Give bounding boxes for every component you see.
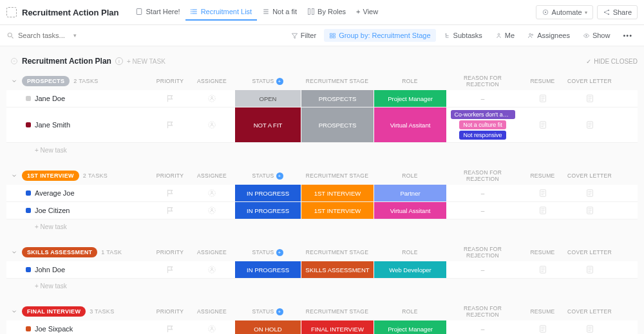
role-cell[interactable]: Project Manager: [374, 320, 446, 334]
task-name-cell[interactable]: John Doe: [22, 261, 151, 278]
col-priority[interactable]: PRIORITY: [151, 246, 189, 258]
role-cell[interactable]: Partner: [374, 185, 446, 201]
rejection-cell[interactable]: –: [446, 320, 519, 334]
col-priority[interactable]: PRIORITY: [151, 170, 189, 181]
plus-icon[interactable]: +: [276, 308, 283, 315]
rejection-cell[interactable]: –: [446, 185, 519, 201]
new-task-button[interactable]: + New task: [6, 143, 638, 154]
cover-letter-cell[interactable]: [566, 202, 613, 219]
col-resume[interactable]: RESUME: [519, 75, 566, 87]
col-resume[interactable]: RESUME: [519, 170, 566, 181]
rejection-cell[interactable]: –: [446, 261, 519, 278]
show-button[interactable]: Show: [578, 29, 616, 42]
assignee-cell[interactable]: [189, 90, 234, 107]
rejection-cell[interactable]: –: [446, 202, 519, 219]
new-task-button[interactable]: + NEW TASK: [127, 58, 166, 65]
stage-pill[interactable]: 1ST INTERVIEW: [22, 171, 79, 181]
group-caret[interactable]: [11, 78, 17, 84]
priority-cell[interactable]: [151, 202, 189, 219]
rejection-tag[interactable]: Not responsive: [459, 131, 506, 140]
info-icon[interactable]: i: [115, 57, 123, 65]
search-input[interactable]: [18, 32, 70, 39]
stage-cell[interactable]: 1ST INTERVIEW: [301, 185, 374, 201]
col-role[interactable]: ROLE: [374, 170, 446, 181]
cover-letter-cell[interactable]: [566, 107, 613, 142]
table-row[interactable]: Jane SmithNOT A FITPROSPECTSVirtual Assi…: [6, 107, 638, 143]
tab-not-a-fit[interactable]: Not a fit: [257, 4, 302, 21]
resume-cell[interactable]: [519, 90, 566, 107]
col-rejection[interactable]: REASON FOR REJECTION: [446, 302, 519, 320]
table-row[interactable]: Joe CitizenIN PROGRESS1ST INTERVIEWVirtu…: [6, 202, 638, 219]
col-rejection[interactable]: REASON FOR REJECTION: [446, 167, 519, 185]
col-cover[interactable]: COVER LETTER: [566, 306, 613, 317]
stage-cell[interactable]: 1ST INTERVIEW: [301, 202, 374, 219]
resume-cell[interactable]: [519, 202, 566, 219]
assignees-button[interactable]: Assignees: [522, 29, 575, 42]
role-cell[interactable]: Web Developer: [374, 261, 446, 278]
priority-cell[interactable]: [151, 261, 189, 278]
task-name-cell[interactable]: Joe Citizen: [22, 202, 151, 219]
stage-cell[interactable]: PROSPECTS: [301, 107, 374, 142]
rejection-tag[interactable]: Not a culture fit: [459, 120, 506, 129]
table-row[interactable]: Joe SixpackON HOLDFINAL INTERVIEWProject…: [6, 320, 638, 334]
plus-icon[interactable]: +: [276, 172, 283, 180]
col-assignee[interactable]: ASSIGNEE: [189, 246, 234, 258]
new-task-button[interactable]: + New task: [6, 219, 638, 230]
col-assignee[interactable]: ASSIGNEE: [189, 306, 234, 317]
table-row[interactable]: John DoeIN PROGRESSSKILLS ASSESSMENTWeb …: [6, 261, 638, 279]
assignee-cell[interactable]: [189, 320, 234, 334]
col-stage[interactable]: RECRUITMENT STAGE: [301, 170, 374, 181]
tab-add-view[interactable]: + View: [351, 4, 383, 21]
priority-cell[interactable]: [151, 107, 189, 142]
tab-recruitment-list[interactable]: Recruitment List: [185, 4, 257, 21]
col-resume[interactable]: RESUME: [519, 306, 566, 317]
assignee-cell[interactable]: [189, 107, 234, 142]
stage-cell[interactable]: SKILLS ASSESSMENT: [301, 261, 374, 278]
group-caret[interactable]: [11, 308, 17, 315]
cover-letter-cell[interactable]: [566, 261, 613, 278]
stage-pill[interactable]: FINAL INTERVIEW: [22, 306, 86, 317]
stage-cell[interactable]: PROSPECTS: [301, 90, 374, 107]
resume-cell[interactable]: [519, 107, 566, 142]
hide-closed-toggle[interactable]: ✓ HIDE CLOSED: [586, 58, 638, 65]
col-role[interactable]: ROLE: [374, 246, 446, 258]
task-name-cell[interactable]: Jane Doe: [22, 90, 151, 107]
assignee-cell[interactable]: [189, 202, 234, 219]
plus-icon[interactable]: +: [276, 78, 283, 85]
role-cell[interactable]: Project Manager: [374, 90, 446, 107]
col-cover[interactable]: COVER LETTER: [566, 170, 613, 181]
cover-letter-cell[interactable]: [566, 185, 613, 201]
col-status[interactable]: STATUS+: [234, 306, 301, 318]
chevron-down-icon[interactable]: ▾: [73, 32, 77, 39]
groupby-button[interactable]: Group by: Recruitment Stage: [324, 29, 435, 42]
role-cell[interactable]: Virtual Assitant: [374, 202, 446, 219]
col-assignee[interactable]: ASSIGNEE: [189, 75, 234, 87]
task-name-cell[interactable]: Jane Smith: [22, 107, 151, 142]
filter-button[interactable]: Filter: [286, 29, 321, 42]
col-priority[interactable]: PRIORITY: [151, 75, 189, 87]
col-role[interactable]: ROLE: [374, 75, 446, 87]
col-stage[interactable]: RECRUITMENT STAGE: [301, 246, 374, 258]
status-cell[interactable]: IN PROGRESS: [234, 202, 301, 219]
status-cell[interactable]: ON HOLD: [234, 320, 301, 334]
share-button[interactable]: Share: [597, 5, 638, 19]
priority-cell[interactable]: [151, 185, 189, 201]
stage-pill[interactable]: PROSPECTS: [22, 76, 70, 86]
col-rejection[interactable]: REASON FOR REJECTION: [446, 243, 519, 261]
col-role[interactable]: ROLE: [374, 306, 446, 317]
group-caret[interactable]: [11, 249, 17, 255]
assignee-cell[interactable]: [189, 185, 234, 201]
me-button[interactable]: Me: [490, 29, 520, 42]
table-row[interactable]: Jane DoeOPENPROSPECTSProject Manager–: [6, 90, 638, 107]
group-caret[interactable]: [11, 172, 17, 179]
status-cell[interactable]: IN PROGRESS: [234, 261, 301, 278]
collapse-icon[interactable]: [10, 57, 18, 65]
status-cell[interactable]: OPEN: [234, 90, 301, 107]
status-cell[interactable]: NOT A FIT: [234, 107, 301, 142]
status-cell[interactable]: IN PROGRESS: [234, 185, 301, 201]
plus-icon[interactable]: +: [276, 249, 283, 256]
col-cover[interactable]: COVER LETTER: [566, 75, 613, 87]
resume-cell[interactable]: [519, 320, 566, 334]
priority-cell[interactable]: [151, 90, 189, 107]
col-rejection[interactable]: REASON FOR REJECTION: [446, 72, 519, 90]
